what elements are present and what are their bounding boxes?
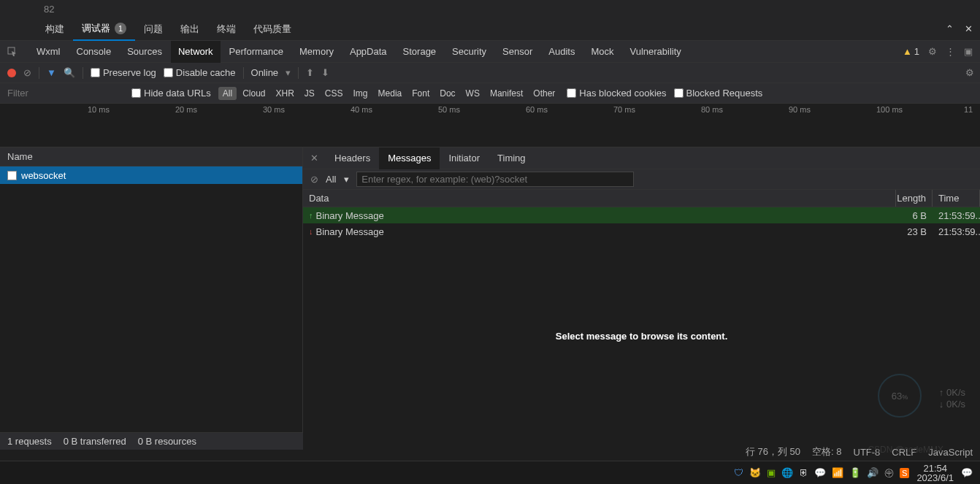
hide-data-urls-checkbox[interactable]: Hide data URLs — [131, 88, 211, 99]
notifications-icon[interactable]: 💬 — [961, 467, 973, 478]
system-tray[interactable]: 🛡 🐱 ▣ 🌐 ⛨ 💬 📶 🔋 🔊 ㊥ S — [734, 466, 909, 480]
devtools-tab-sensor[interactable]: Sensor — [495, 41, 540, 63]
detail-tab-headers[interactable]: Headers — [326, 147, 379, 169]
performance-overlay: 63% — [878, 374, 922, 418]
nvidia-icon[interactable]: ▣ — [767, 467, 776, 478]
defender-icon[interactable]: ⛨ — [799, 467, 808, 478]
timeline-tick: 30 ms — [263, 105, 285, 114]
main-tab-1[interactable]: 调试器1 — [73, 18, 135, 41]
battery-icon[interactable]: 🔋 — [849, 467, 861, 478]
clock[interactable]: 21:54 2023/6/1 — [916, 464, 954, 483]
more-icon[interactable]: ⋮ — [946, 46, 955, 57]
gear-icon[interactable]: ⚙ — [928, 46, 937, 57]
preserve-log-checkbox[interactable]: Preserve log — [91, 67, 156, 78]
clear-icon[interactable]: ⊘ — [23, 67, 31, 78]
disable-cache-checkbox[interactable]: Disable cache — [164, 67, 236, 78]
direction-filter[interactable]: All ▾ — [326, 174, 349, 185]
filter-icon[interactable]: ▼ — [47, 67, 56, 78]
detail-tab-initiator[interactable]: Initiator — [440, 147, 489, 169]
devtools-tab-wxml[interactable]: Wxml — [29, 41, 68, 63]
line-number: 82 — [44, 4, 54, 15]
record-icon[interactable] — [7, 69, 16, 77]
filter-pill-doc[interactable]: Doc — [435, 87, 459, 100]
data-column[interactable]: Data — [303, 190, 896, 207]
message-row[interactable]: ↓Binary Message23 B21:53:59... — [303, 223, 980, 239]
main-tab-4[interactable]: 终端 — [208, 18, 245, 41]
devtools-tab-audits[interactable]: Audits — [541, 41, 582, 63]
devtools-tab-network[interactable]: Network — [171, 41, 221, 63]
message-headers: Data Length Time — [303, 190, 980, 207]
filter-pill-other[interactable]: Other — [529, 87, 559, 100]
filter-pill-font[interactable]: Font — [407, 87, 434, 100]
main-tab-0[interactable]: 构建 — [37, 18, 73, 41]
timeline[interactable]: 10 ms20 ms30 ms40 ms50 ms60 ms70 ms80 ms… — [0, 104, 980, 147]
requests-status: 1 requests 0 B transferred 0 B resources — [0, 432, 303, 450]
length-column[interactable]: Length — [896, 190, 933, 207]
detail-tab-messages[interactable]: Messages — [379, 147, 440, 169]
filter-pill-xhr[interactable]: XHR — [271, 87, 298, 100]
close-icon[interactable]: ✕ — [965, 23, 973, 34]
filter-pill-media[interactable]: Media — [374, 87, 407, 100]
filter-pill-js[interactable]: JS — [300, 87, 319, 100]
filter-pill-manifest[interactable]: Manifest — [486, 87, 527, 100]
main-tab-2[interactable]: 问题 — [135, 18, 172, 41]
name-column-header[interactable]: Name — [0, 147, 302, 166]
filter-pill-ws[interactable]: WS — [462, 87, 484, 100]
timeline-tick: 100 ms — [876, 105, 903, 114]
ime-icon[interactable]: ㊥ — [884, 466, 894, 480]
warning-badge[interactable]: ▲1 — [903, 46, 919, 57]
inspect-icon[interactable] — [7, 47, 18, 57]
regex-input[interactable] — [356, 172, 634, 187]
devtools-tab-security[interactable]: Security — [445, 41, 494, 63]
message-row[interactable]: ↑Binary Message6 B21:53:59... — [303, 207, 980, 223]
upload-icon[interactable]: ⬆ — [306, 67, 314, 78]
filter-pill-img[interactable]: Img — [349, 87, 372, 100]
collapse-icon[interactable]: ⌃ — [946, 23, 954, 34]
filter-pill-all[interactable]: All — [218, 87, 237, 100]
indent-info[interactable]: 空格: 8 — [812, 445, 841, 458]
main-tab-5[interactable]: 代码质量 — [245, 18, 300, 41]
blocked-requests-checkbox[interactable]: Blocked Requests — [674, 88, 763, 99]
sogou-icon[interactable]: S — [900, 468, 909, 478]
clear-messages-icon[interactable]: ⊘ — [310, 174, 318, 185]
chrome-icon[interactable]: 🌐 — [781, 467, 793, 478]
network-speed-overlay: ↑ 0K/s ↓ 0K/s — [939, 387, 965, 410]
devtools-tab-vulnerability[interactable]: Vulnerability — [622, 41, 688, 63]
requests-pane: Name websocket — [0, 147, 303, 432]
timeline-tick: 40 ms — [351, 105, 372, 114]
network-toolbar: ⊘ ▼ 🔍 Preserve log Disable cache Online … — [0, 63, 980, 83]
devtools-tab-memory[interactable]: Memory — [292, 41, 341, 63]
cursor-position[interactable]: 行 76，列 50 — [746, 445, 800, 458]
download-icon[interactable]: ⬇ — [321, 67, 329, 78]
shield-icon[interactable]: 🛡 — [734, 467, 743, 478]
devtools-tab-performance[interactable]: Performance — [222, 41, 291, 63]
time-column[interactable]: Time — [933, 190, 980, 207]
settings-icon[interactable]: ⚙ — [965, 67, 974, 78]
close-details-icon[interactable]: ✕ — [303, 153, 326, 164]
filter-pill-cloud[interactable]: Cloud — [238, 87, 269, 100]
volume-icon[interactable]: 🔊 — [867, 467, 878, 478]
details-pane: ✕ HeadersMessagesInitiatorTiming ⊘ All ▾… — [303, 147, 980, 432]
devtools-tab-mock[interactable]: Mock — [583, 41, 621, 63]
main-tab-3[interactable]: 输出 — [172, 18, 208, 41]
dock-icon[interactable]: ▣ — [964, 46, 973, 57]
throttle-dropdown-icon[interactable]: ▾ — [286, 67, 291, 78]
filter-input[interactable] — [7, 88, 124, 99]
devtools-tab-storage[interactable]: Storage — [396, 41, 444, 63]
devtools-tab-appdata[interactable]: AppData — [342, 41, 394, 63]
request-row[interactable]: websocket — [0, 166, 302, 184]
blocked-cookies-checkbox[interactable]: Has blocked cookies — [567, 88, 666, 99]
arrow-up-icon: ↑ — [309, 211, 313, 220]
devtools-tab-console[interactable]: Console — [69, 41, 119, 63]
wechat-icon[interactable]: 💬 — [814, 467, 826, 478]
cat-icon[interactable]: 🐱 — [749, 467, 761, 478]
wifi-icon[interactable]: 📶 — [832, 467, 843, 478]
detail-tab-timing[interactable]: Timing — [489, 147, 535, 169]
filter-pill-css[interactable]: CSS — [321, 87, 348, 100]
throttle-select[interactable]: Online — [251, 67, 279, 78]
devtools-tabs: WxmlConsoleSourcesNetworkPerformanceMemo… — [0, 41, 980, 63]
resources-size: 0 B resources — [138, 436, 196, 447]
search-icon[interactable]: 🔍 — [64, 67, 75, 78]
timeline-tick: 10 ms — [88, 105, 110, 114]
devtools-tab-sources[interactable]: Sources — [120, 41, 169, 63]
